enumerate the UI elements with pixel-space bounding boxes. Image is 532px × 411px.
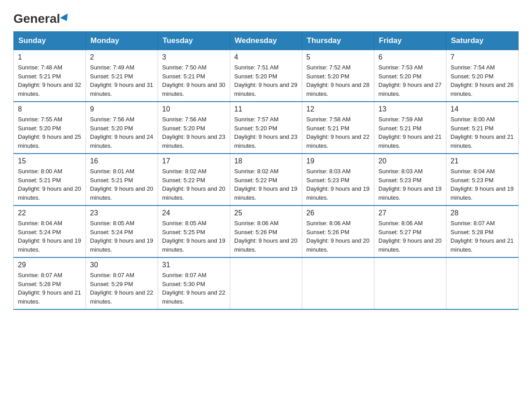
day-info: Sunrise: 7:51 AM Sunset: 5:20 PM Dayligh… (234, 63, 298, 98)
day-info: Sunrise: 8:01 AM Sunset: 5:21 PM Dayligh… (90, 167, 154, 202)
calendar-cell: 22 Sunrise: 8:04 AM Sunset: 5:24 PM Dayl… (14, 206, 86, 257)
day-number: 25 (234, 209, 298, 217)
day-number: 8 (18, 105, 82, 113)
calendar-cell (302, 257, 374, 309)
calendar-cell: 13 Sunrise: 7:59 AM Sunset: 5:21 PM Dayl… (374, 102, 446, 154)
day-number: 6 (378, 53, 442, 61)
day-number: 27 (378, 209, 442, 217)
calendar-cell: 25 Sunrise: 8:06 AM Sunset: 5:26 PM Dayl… (230, 206, 302, 257)
calendar-cell: 16 Sunrise: 8:01 AM Sunset: 5:21 PM Dayl… (86, 154, 158, 206)
day-info: Sunrise: 8:02 AM Sunset: 5:22 PM Dayligh… (162, 167, 226, 202)
header-day-saturday: Saturday (446, 32, 519, 50)
calendar-cell: 17 Sunrise: 8:02 AM Sunset: 5:22 PM Dayl… (158, 154, 230, 206)
day-number: 28 (450, 209, 514, 217)
day-number: 30 (90, 261, 154, 269)
calendar-cell: 15 Sunrise: 8:00 AM Sunset: 5:21 PM Dayl… (14, 154, 86, 206)
header-day-tuesday: Tuesday (158, 32, 230, 50)
calendar-cell: 26 Sunrise: 8:06 AM Sunset: 5:26 PM Dayl… (302, 206, 374, 257)
week-row-2: 8 Sunrise: 7:55 AM Sunset: 5:20 PM Dayli… (14, 102, 519, 154)
day-info: Sunrise: 7:49 AM Sunset: 5:21 PM Dayligh… (90, 63, 154, 98)
day-info: Sunrise: 7:56 AM Sunset: 5:20 PM Dayligh… (162, 115, 226, 150)
header-day-sunday: Sunday (14, 32, 86, 50)
day-info: Sunrise: 7:53 AM Sunset: 5:20 PM Dayligh… (378, 63, 442, 98)
calendar-cell: 6 Sunrise: 7:53 AM Sunset: 5:20 PM Dayli… (374, 50, 446, 102)
calendar-header: SundayMondayTuesdayWednesdayThursdayFrid… (14, 32, 519, 50)
day-info: Sunrise: 7:56 AM Sunset: 5:20 PM Dayligh… (90, 115, 154, 150)
calendar-table: SundayMondayTuesdayWednesdayThursdayFrid… (13, 31, 519, 310)
day-number: 9 (90, 105, 154, 113)
week-row-5: 29 Sunrise: 8:07 AM Sunset: 5:28 PM Dayl… (14, 257, 519, 309)
day-number: 13 (378, 105, 442, 113)
calendar-cell: 19 Sunrise: 8:03 AM Sunset: 5:23 PM Dayl… (302, 154, 374, 206)
calendar-cell: 21 Sunrise: 8:04 AM Sunset: 5:23 PM Dayl… (446, 154, 519, 206)
calendar-cell: 24 Sunrise: 8:05 AM Sunset: 5:25 PM Dayl… (158, 206, 230, 257)
calendar-cell: 4 Sunrise: 7:51 AM Sunset: 5:20 PM Dayli… (230, 50, 302, 102)
day-info: Sunrise: 8:02 AM Sunset: 5:22 PM Dayligh… (234, 167, 298, 202)
calendar-cell: 7 Sunrise: 7:54 AM Sunset: 5:20 PM Dayli… (446, 50, 519, 102)
calendar-body: 1 Sunrise: 7:48 AM Sunset: 5:21 PM Dayli… (14, 50, 519, 310)
calendar-cell: 23 Sunrise: 8:05 AM Sunset: 5:24 PM Dayl… (86, 206, 158, 257)
day-info: Sunrise: 8:03 AM Sunset: 5:23 PM Dayligh… (306, 167, 370, 202)
logo: General (13, 13, 70, 23)
header-day-thursday: Thursday (302, 32, 374, 50)
day-info: Sunrise: 8:07 AM Sunset: 5:28 PM Dayligh… (450, 219, 514, 254)
calendar-cell: 27 Sunrise: 8:06 AM Sunset: 5:27 PM Dayl… (374, 206, 446, 257)
calendar-cell: 31 Sunrise: 8:07 AM Sunset: 5:30 PM Dayl… (158, 257, 230, 309)
day-number: 20 (378, 157, 442, 165)
day-info: Sunrise: 8:03 AM Sunset: 5:23 PM Dayligh… (378, 167, 442, 202)
week-row-3: 15 Sunrise: 8:00 AM Sunset: 5:21 PM Dayl… (14, 154, 519, 206)
calendar-cell (230, 257, 302, 309)
calendar-cell: 14 Sunrise: 8:00 AM Sunset: 5:21 PM Dayl… (446, 102, 519, 154)
calendar-cell: 28 Sunrise: 8:07 AM Sunset: 5:28 PM Dayl… (446, 206, 519, 257)
calendar-cell: 10 Sunrise: 7:56 AM Sunset: 5:20 PM Dayl… (158, 102, 230, 154)
day-number: 23 (90, 209, 154, 217)
day-number: 2 (90, 53, 154, 61)
day-number: 26 (306, 209, 370, 217)
header-day-friday: Friday (374, 32, 446, 50)
week-row-1: 1 Sunrise: 7:48 AM Sunset: 5:21 PM Dayli… (14, 50, 519, 102)
day-number: 4 (234, 53, 298, 61)
logo-general-text: General (13, 13, 70, 25)
day-number: 16 (90, 157, 154, 165)
day-info: Sunrise: 7:50 AM Sunset: 5:21 PM Dayligh… (162, 63, 226, 98)
day-number: 24 (162, 209, 226, 217)
calendar-cell: 30 Sunrise: 8:07 AM Sunset: 5:29 PM Dayl… (86, 257, 158, 309)
calendar-cell: 8 Sunrise: 7:55 AM Sunset: 5:20 PM Dayli… (14, 102, 86, 154)
header-day-wednesday: Wednesday (230, 32, 302, 50)
day-number: 17 (162, 157, 226, 165)
calendar-cell: 12 Sunrise: 7:58 AM Sunset: 5:21 PM Dayl… (302, 102, 374, 154)
day-info: Sunrise: 8:04 AM Sunset: 5:23 PM Dayligh… (450, 167, 514, 202)
calendar-cell: 9 Sunrise: 7:56 AM Sunset: 5:20 PM Dayli… (86, 102, 158, 154)
calendar-cell: 29 Sunrise: 8:07 AM Sunset: 5:28 PM Dayl… (14, 257, 86, 309)
day-number: 7 (450, 53, 514, 61)
day-number: 5 (306, 53, 370, 61)
calendar-cell (446, 257, 519, 309)
day-info: Sunrise: 8:05 AM Sunset: 5:24 PM Dayligh… (90, 219, 154, 254)
day-number: 15 (18, 157, 82, 165)
day-number: 19 (306, 157, 370, 165)
calendar-cell: 5 Sunrise: 7:52 AM Sunset: 5:20 PM Dayli… (302, 50, 374, 102)
week-row-4: 22 Sunrise: 8:04 AM Sunset: 5:24 PM Dayl… (14, 206, 519, 257)
day-number: 10 (162, 105, 226, 113)
day-info: Sunrise: 7:57 AM Sunset: 5:20 PM Dayligh… (234, 115, 298, 150)
page-header: General (13, 9, 519, 23)
day-info: Sunrise: 7:59 AM Sunset: 5:21 PM Dayligh… (378, 115, 442, 150)
day-info: Sunrise: 8:04 AM Sunset: 5:24 PM Dayligh… (18, 219, 82, 254)
day-number: 31 (162, 261, 226, 269)
day-number: 21 (450, 157, 514, 165)
day-number: 29 (18, 261, 82, 269)
calendar-cell (374, 257, 446, 309)
day-number: 14 (450, 105, 514, 113)
day-info: Sunrise: 8:06 AM Sunset: 5:26 PM Dayligh… (234, 219, 298, 254)
day-number: 11 (234, 105, 298, 113)
day-info: Sunrise: 7:54 AM Sunset: 5:20 PM Dayligh… (450, 63, 514, 98)
day-info: Sunrise: 8:06 AM Sunset: 5:26 PM Dayligh… (306, 219, 370, 254)
day-number: 18 (234, 157, 298, 165)
day-info: Sunrise: 8:07 AM Sunset: 5:30 PM Dayligh… (162, 271, 226, 306)
day-number: 22 (18, 209, 82, 217)
day-info: Sunrise: 8:07 AM Sunset: 5:28 PM Dayligh… (18, 271, 82, 306)
day-info: Sunrise: 7:58 AM Sunset: 5:21 PM Dayligh… (306, 115, 370, 150)
day-number: 12 (306, 105, 370, 113)
calendar-cell: 11 Sunrise: 7:57 AM Sunset: 5:20 PM Dayl… (230, 102, 302, 154)
day-info: Sunrise: 7:52 AM Sunset: 5:20 PM Dayligh… (306, 63, 370, 98)
